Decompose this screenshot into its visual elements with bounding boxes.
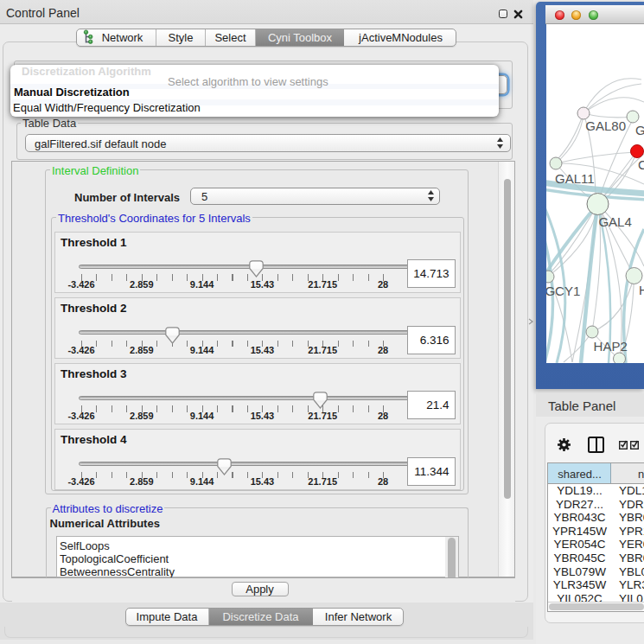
svg-text:C: C xyxy=(638,157,644,172)
svg-text:GAL80: GAL80 xyxy=(585,118,626,133)
svg-text:GAL11: GAL11 xyxy=(555,171,595,186)
svg-text:GCY1: GCY1 xyxy=(546,284,580,298)
svg-text:GA: GA xyxy=(635,123,644,137)
svg-text:GAL4: GAL4 xyxy=(598,214,631,229)
svg-text:H: H xyxy=(639,283,644,297)
svg-text:HAP2: HAP2 xyxy=(594,339,628,354)
